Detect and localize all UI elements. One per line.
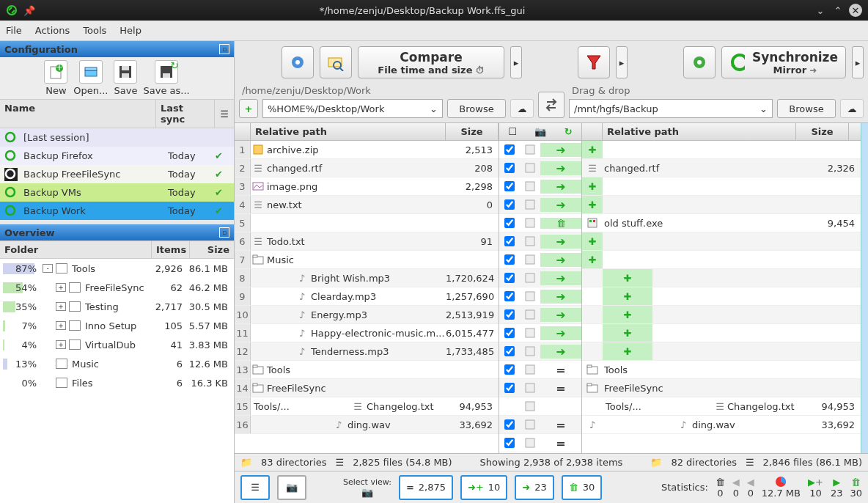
list-options-icon[interactable]: ☰ (215, 100, 234, 128)
grid-row[interactable]: ✚ (582, 287, 861, 306)
action-row[interactable]: ➜ (499, 306, 581, 324)
maximize-button[interactable]: ⌃ (831, 4, 845, 17)
pin-icon[interactable]: 📌 (23, 5, 35, 16)
compare-settings-button[interactable] (282, 46, 314, 78)
left-cloud-button[interactable]: ☁ (510, 99, 534, 118)
action-row[interactable]: ➜ (499, 177, 581, 196)
grid-row[interactable]: 2☰changed.rtf208 (235, 159, 499, 177)
action-icon[interactable]: ➜ (540, 198, 581, 212)
overview-row[interactable]: 35%+Testing2,71730.5 MB (0, 297, 234, 316)
grid-row[interactable]: ✚ (582, 324, 861, 342)
menu-file[interactable]: File (6, 25, 22, 36)
right-cloud-button[interactable]: ☁ (840, 99, 864, 118)
view-toggle-2[interactable]: 📷 (277, 475, 306, 500)
grid-row[interactable]: ✚ (582, 177, 861, 196)
left-browse-button[interactable]: Browse (447, 99, 506, 118)
grid-row[interactable]: ✚ (582, 232, 861, 251)
filter-button[interactable] (578, 46, 610, 78)
minimize-button[interactable]: ⌄ (814, 4, 827, 17)
grid-row[interactable]: Tools (582, 361, 861, 379)
grid-row[interactable]: 10♪Energy.mp32,513,919 (235, 306, 499, 324)
grid-row[interactable]: ✚ (582, 196, 861, 214)
action-row[interactable]: ➜ (499, 251, 581, 269)
action-row[interactable]: ➜ (499, 196, 581, 214)
save-button[interactable]: Save (114, 60, 137, 96)
right-browse-button[interactable]: Browse (777, 99, 836, 118)
grid-row[interactable]: 7Music (235, 251, 499, 269)
grid-row[interactable]: 5 (235, 214, 499, 232)
expand-icon[interactable]: + (56, 321, 66, 330)
new-button[interactable]: +New (44, 60, 67, 96)
config-item[interactable]: Backup FirefoxToday✔ (0, 147, 234, 165)
action-row[interactable]: ➜ (499, 287, 581, 306)
action-row[interactable]: 🗑 (499, 214, 581, 232)
overview-row[interactable]: 0%Files616.3 KB (0, 373, 234, 392)
config-item[interactable]: Backup FreeFileSyncToday✔ (0, 165, 234, 183)
filter-dropdown[interactable]: ▸ (616, 46, 628, 78)
saveas-button[interactable]: ↻Save as... (143, 60, 189, 96)
overview-row[interactable]: 54%+FreeFileSync6246.2 MB (0, 278, 234, 297)
grid-row[interactable]: 6☰Todo.txt91 (235, 232, 499, 251)
expand-icon[interactable]: + (56, 283, 66, 292)
compare-dropdown[interactable]: ▸ (510, 46, 522, 78)
action-header-icon[interactable]: ↻ (564, 126, 573, 137)
action-row[interactable]: = (499, 379, 581, 397)
menu-help[interactable]: Help (119, 25, 141, 36)
action-row[interactable]: = (499, 416, 581, 434)
grid-row[interactable]: ✚ (582, 342, 861, 361)
action-row[interactable]: ➜ (499, 141, 581, 159)
category-header-icon[interactable]: 📷 (534, 126, 546, 137)
grid-row[interactable]: 12♪Tenderness.mp31,733,485 (235, 342, 499, 361)
add-pair-button[interactable]: + (239, 99, 258, 118)
view-update-right[interactable]: ➜23 (515, 475, 553, 500)
view-toggle-1[interactable]: ☰ (240, 475, 270, 500)
action-icon[interactable]: ➜ (540, 271, 581, 285)
grid-row[interactable]: ♪♪ding.wav33,692 (582, 416, 861, 434)
grid-row[interactable]: 16♪ding.wav33,692 (235, 416, 499, 434)
action-icon[interactable]: ➜ (540, 180, 581, 194)
action-icon[interactable]: ➜ (540, 253, 581, 267)
action-icon[interactable]: 🗑 (540, 218, 581, 229)
sync-settings-button[interactable] (683, 46, 716, 78)
overview-row[interactable]: 7%+Inno Setup1055.57 MB (0, 316, 234, 335)
grid-row[interactable]: 15Tools/...☰Changelog.txt94,953 (235, 397, 499, 416)
action-row[interactable]: = (499, 361, 581, 379)
swap-button[interactable] (538, 92, 564, 118)
menu-actions[interactable]: Actions (35, 25, 70, 36)
action-icon[interactable]: = (540, 381, 581, 395)
left-path-combo[interactable]: %HOME%/Desktop/Work⌄ (262, 99, 443, 118)
grid-row[interactable]: 9♪Clearday.mp31,257,690 (235, 287, 499, 306)
grid-row[interactable]: ☰changed.rtf2,326 (582, 159, 861, 177)
action-row[interactable]: ➜ (499, 159, 581, 177)
view-create-right[interactable]: ➜+10 (460, 475, 507, 500)
compare-magnify-button[interactable] (320, 46, 352, 78)
grid-row[interactable]: ✚ (582, 269, 861, 287)
checkbox-header-icon[interactable]: ☐ (508, 126, 517, 137)
grid-row[interactable]: Tools/...☰Changelog.txt94,953 (582, 397, 861, 416)
grid-row[interactable]: ✚ (582, 251, 861, 269)
grid-row[interactable]: 4☰new.txt0 (235, 196, 499, 214)
action-icon[interactable]: ➜ (540, 326, 581, 340)
sync-dropdown[interactable]: ▸ (852, 46, 864, 78)
open-button[interactable]: Open... (73, 60, 108, 96)
overview-row[interactable]: 13%Music612.6 MB (0, 354, 234, 373)
action-row[interactable] (499, 397, 581, 416)
expand-icon[interactable]: + (56, 302, 66, 311)
action-row[interactable]: ➜ (499, 232, 581, 251)
config-item[interactable]: [Last session] (0, 128, 234, 147)
action-icon[interactable]: ➜ (540, 235, 581, 249)
grid-row[interactable]: 11♪Happy-electronic-music.m...6,015,477 (235, 324, 499, 342)
overview-close-icon[interactable]: ▫ (219, 227, 229, 238)
grid-row[interactable]: 14FreeFileSync (235, 379, 499, 397)
grid-row[interactable]: 1archive.zip2,513 (235, 141, 499, 159)
action-icon[interactable]: = (540, 418, 581, 432)
action-icon[interactable]: ➜ (540, 308, 581, 322)
right-path-combo[interactable]: /mnt/hgfs/Backup⌄ (569, 99, 773, 118)
action-icon[interactable]: ➜ (540, 161, 581, 175)
compare-button[interactable]: Compare File time and size ⏱ (358, 46, 504, 78)
expand-icon[interactable]: - (43, 264, 53, 273)
action-icon[interactable]: ➜ (540, 290, 581, 304)
grid-row[interactable]: FreeFileSync (582, 379, 861, 397)
overview-row[interactable]: 4%+VirtualDub413.83 MB (0, 335, 234, 354)
view-equal[interactable]: =2,875 (399, 475, 453, 500)
